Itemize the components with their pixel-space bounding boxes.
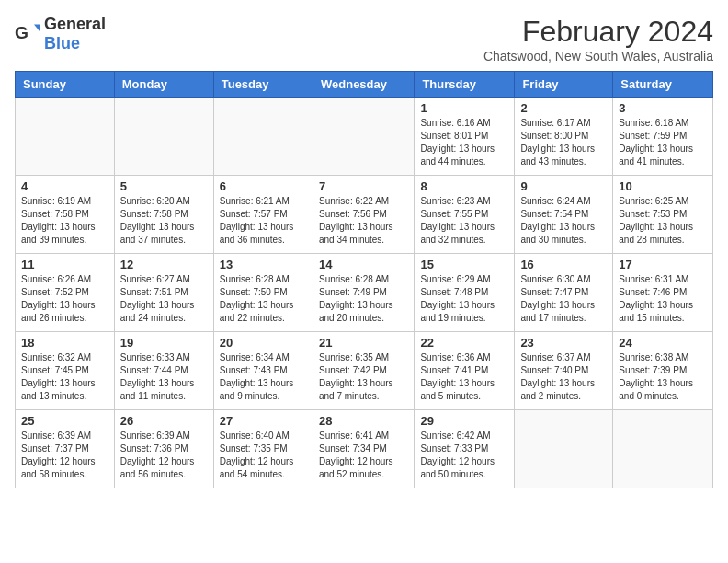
calendar-cell: 22Sunrise: 6:36 AMSunset: 7:41 PMDayligh… [415, 332, 515, 410]
day-info: Sunrise: 6:39 AMSunset: 7:37 PMDaylight:… [21, 430, 108, 481]
day-info: Sunrise: 6:25 AMSunset: 7:53 PMDaylight:… [619, 195, 707, 247]
calendar-cell: 6Sunrise: 6:21 AMSunset: 7:57 PMDaylight… [213, 176, 313, 254]
day-number: 27 [220, 414, 307, 428]
day-info: Sunrise: 6:35 AMSunset: 7:42 PMDaylight:… [319, 351, 408, 403]
day-info: Sunrise: 6:37 AMSunset: 7:40 PMDaylight:… [520, 351, 607, 403]
day-info: Sunrise: 6:31 AMSunset: 7:46 PMDaylight:… [619, 273, 707, 325]
svg-marker-1 [34, 25, 40, 33]
column-header-wednesday: Wednesday [313, 72, 414, 98]
calendar-cell: 1Sunrise: 6:16 AMSunset: 8:01 PMDaylight… [415, 98, 515, 176]
calendar-cell: 11Sunrise: 6:26 AMSunset: 7:52 PMDayligh… [16, 254, 115, 332]
calendar-cell: 24Sunrise: 6:38 AMSunset: 7:39 PMDayligh… [613, 332, 713, 410]
calendar-header-row: SundayMondayTuesdayWednesdayThursdayFrid… [16, 72, 713, 98]
calendar-cell: 7Sunrise: 6:22 AMSunset: 7:56 PMDaylight… [313, 176, 414, 254]
logo-blue: Blue [44, 34, 80, 52]
day-number: 11 [21, 258, 108, 271]
calendar-cell: 4Sunrise: 6:19 AMSunset: 7:58 PMDaylight… [16, 176, 115, 254]
calendar-cell [16, 98, 115, 176]
day-info: Sunrise: 6:39 AMSunset: 7:36 PMDaylight:… [120, 430, 208, 481]
day-number: 10 [619, 179, 707, 193]
day-number: 7 [319, 179, 408, 193]
main-title: February 2024 [483, 15, 713, 49]
calendar-cell: 29Sunrise: 6:42 AMSunset: 7:33 PMDayligh… [415, 410, 515, 488]
calendar-cell: 27Sunrise: 6:40 AMSunset: 7:35 PMDayligh… [213, 410, 313, 488]
calendar-cell: 18Sunrise: 6:32 AMSunset: 7:45 PMDayligh… [16, 332, 115, 410]
day-info: Sunrise: 6:28 AMSunset: 7:49 PMDaylight:… [319, 273, 408, 325]
day-number: 22 [420, 336, 508, 350]
day-info: Sunrise: 6:41 AMSunset: 7:34 PMDaylight:… [319, 430, 408, 481]
day-info: Sunrise: 6:21 AMSunset: 7:57 PMDaylight:… [220, 195, 307, 247]
day-info: Sunrise: 6:20 AMSunset: 7:58 PMDaylight:… [120, 195, 208, 247]
column-header-saturday: Saturday [613, 72, 713, 98]
day-info: Sunrise: 6:40 AMSunset: 7:35 PMDaylight:… [220, 430, 307, 481]
day-number: 6 [220, 179, 307, 193]
day-number: 13 [220, 258, 307, 271]
column-header-monday: Monday [114, 72, 213, 98]
day-info: Sunrise: 6:32 AMSunset: 7:45 PMDaylight:… [21, 351, 108, 403]
day-info: Sunrise: 6:34 AMSunset: 7:43 PMDaylight:… [220, 351, 307, 403]
day-number: 19 [120, 336, 208, 350]
day-number: 16 [520, 258, 607, 271]
calendar-cell: 10Sunrise: 6:25 AMSunset: 7:53 PMDayligh… [613, 176, 713, 254]
day-number: 20 [220, 336, 307, 350]
logo-general: General [44, 15, 106, 33]
calendar-cell: 13Sunrise: 6:28 AMSunset: 7:50 PMDayligh… [213, 254, 313, 332]
day-number: 8 [420, 179, 508, 193]
day-number: 4 [21, 179, 108, 193]
calendar-cell: 5Sunrise: 6:20 AMSunset: 7:58 PMDaylight… [114, 176, 213, 254]
calendar-table: SundayMondayTuesdayWednesdayThursdayFrid… [15, 71, 713, 488]
calendar-cell: 14Sunrise: 6:28 AMSunset: 7:49 PMDayligh… [313, 254, 414, 332]
calendar-cell [313, 98, 414, 176]
day-info: Sunrise: 6:18 AMSunset: 7:59 PMDaylight:… [619, 117, 707, 168]
logo: G General Blue [15, 15, 106, 53]
day-number: 12 [120, 258, 208, 271]
calendar-cell: 3Sunrise: 6:18 AMSunset: 7:59 PMDaylight… [613, 98, 713, 176]
svg-text:G: G [15, 23, 28, 42]
calendar-cell: 28Sunrise: 6:41 AMSunset: 7:34 PMDayligh… [313, 410, 414, 488]
day-info: Sunrise: 6:26 AMSunset: 7:52 PMDaylight:… [21, 273, 108, 325]
calendar-cell [613, 410, 713, 488]
day-number: 15 [420, 258, 508, 271]
day-info: Sunrise: 6:17 AMSunset: 8:00 PMDaylight:… [520, 117, 607, 168]
day-number: 18 [21, 336, 108, 350]
day-number: 17 [619, 258, 707, 271]
calendar-cell: 23Sunrise: 6:37 AMSunset: 7:40 PMDayligh… [515, 332, 613, 410]
calendar-cell: 15Sunrise: 6:29 AMSunset: 7:48 PMDayligh… [415, 254, 515, 332]
week-row-3: 11Sunrise: 6:26 AMSunset: 7:52 PMDayligh… [16, 254, 713, 332]
day-info: Sunrise: 6:22 AMSunset: 7:56 PMDaylight:… [319, 195, 408, 247]
day-number: 29 [420, 414, 508, 428]
day-number: 24 [619, 336, 707, 350]
calendar-cell: 9Sunrise: 6:24 AMSunset: 7:54 PMDaylight… [515, 176, 613, 254]
calendar-cell: 16Sunrise: 6:30 AMSunset: 7:47 PMDayligh… [515, 254, 613, 332]
day-number: 28 [319, 414, 408, 428]
calendar-cell: 8Sunrise: 6:23 AMSunset: 7:55 PMDaylight… [415, 176, 515, 254]
day-info: Sunrise: 6:38 AMSunset: 7:39 PMDaylight:… [619, 351, 707, 403]
week-row-1: 1Sunrise: 6:16 AMSunset: 8:01 PMDaylight… [16, 98, 713, 176]
day-number: 25 [21, 414, 108, 428]
calendar-cell [114, 98, 213, 176]
day-number: 1 [420, 101, 508, 115]
day-number: 3 [619, 101, 707, 115]
week-row-4: 18Sunrise: 6:32 AMSunset: 7:45 PMDayligh… [16, 332, 713, 410]
page-header: G General Blue February 2024 Chatswood, … [15, 15, 713, 63]
day-number: 14 [319, 258, 408, 271]
day-info: Sunrise: 6:36 AMSunset: 7:41 PMDaylight:… [420, 351, 508, 403]
calendar-cell [213, 98, 313, 176]
day-number: 21 [319, 336, 408, 350]
day-number: 23 [520, 336, 607, 350]
day-info: Sunrise: 6:30 AMSunset: 7:47 PMDaylight:… [520, 273, 607, 325]
calendar-cell: 25Sunrise: 6:39 AMSunset: 7:37 PMDayligh… [16, 410, 115, 488]
day-info: Sunrise: 6:19 AMSunset: 7:58 PMDaylight:… [21, 195, 108, 247]
calendar-cell: 17Sunrise: 6:31 AMSunset: 7:46 PMDayligh… [613, 254, 713, 332]
day-info: Sunrise: 6:24 AMSunset: 7:54 PMDaylight:… [520, 195, 607, 247]
day-number: 5 [120, 179, 208, 193]
day-info: Sunrise: 6:29 AMSunset: 7:48 PMDaylight:… [420, 273, 508, 325]
column-header-sunday: Sunday [16, 72, 115, 98]
week-row-2: 4Sunrise: 6:19 AMSunset: 7:58 PMDaylight… [16, 176, 713, 254]
day-info: Sunrise: 6:27 AMSunset: 7:51 PMDaylight:… [120, 273, 208, 325]
day-info: Sunrise: 6:33 AMSunset: 7:44 PMDaylight:… [120, 351, 208, 403]
day-number: 2 [520, 101, 607, 115]
day-number: 26 [120, 414, 208, 428]
day-info: Sunrise: 6:23 AMSunset: 7:55 PMDaylight:… [420, 195, 508, 247]
calendar-cell: 12Sunrise: 6:27 AMSunset: 7:51 PMDayligh… [114, 254, 213, 332]
